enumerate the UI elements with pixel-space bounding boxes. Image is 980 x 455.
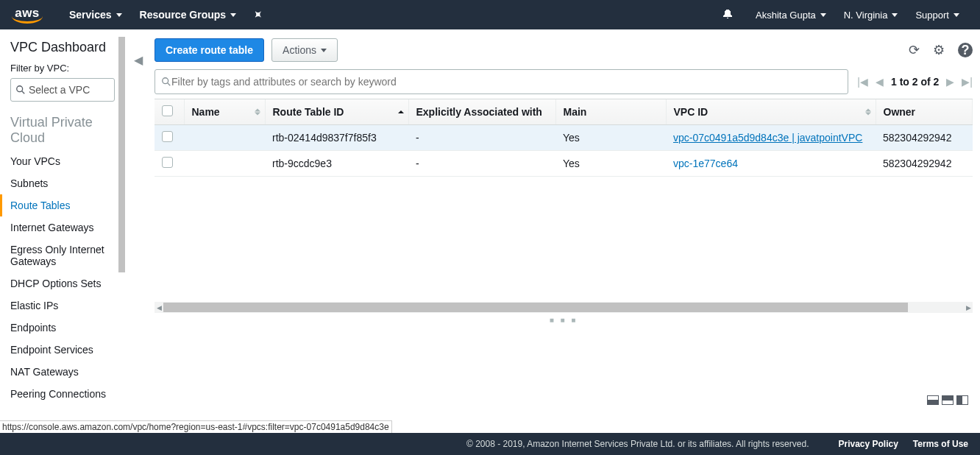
page-prev-button[interactable]: ◀ <box>876 76 884 88</box>
aws-logo[interactable]: aws <box>12 6 43 24</box>
search-icon <box>161 77 171 87</box>
pin-icon: ✦ <box>251 7 266 22</box>
cell-owner: 582304292942 <box>876 151 973 177</box>
main-content: Create route table Actions ⟳ ⚙ ? |◀ ◀ 1 … <box>147 29 980 433</box>
terms-of-use-link[interactable]: Terms of Use <box>913 439 968 449</box>
chevron-down-icon <box>820 13 826 17</box>
copyright: © 2008 - 2019, Amazon Internet Services … <box>466 439 809 449</box>
table-row[interactable]: rtb-9ccdc9e3-Yesvpc-1e77ce64582304292942 <box>155 151 973 177</box>
help-button[interactable]: ? <box>958 43 973 57</box>
column-select-all[interactable] <box>155 99 184 125</box>
create-route-table-button[interactable]: Create route table <box>155 38 264 62</box>
column-main[interactable]: Main <box>555 99 666 125</box>
cell-assoc: - <box>408 151 555 177</box>
column-rtid-label: Route Table ID <box>273 106 344 118</box>
cell-main: Yes <box>555 125 666 151</box>
pin-button[interactable]: ✦ <box>245 0 271 29</box>
services-label: Services <box>69 9 112 21</box>
status-bar-url: https://console.aws.amazon.com/vpc/home?… <box>0 420 392 433</box>
layout-bottom-button[interactable] <box>927 395 939 405</box>
chevron-down-icon <box>954 13 959 17</box>
sidebar-item-route-tables[interactable]: Route Tables <box>0 194 125 216</box>
account-menu[interactable]: Akshita Gupta <box>747 0 835 29</box>
footer: © 2008 - 2019, Amazon Internet Services … <box>0 433 980 455</box>
svg-point-2 <box>163 78 168 84</box>
select-all-checkbox[interactable] <box>162 105 173 116</box>
user-label: Akshita Gupta <box>756 10 816 21</box>
sidebar-scrollbar[interactable] <box>118 37 125 272</box>
layout-selector <box>927 395 968 405</box>
column-name-label: Name <box>192 106 220 118</box>
sidebar-item-subnets[interactable]: Subnets <box>0 172 125 194</box>
layout-top-button[interactable] <box>942 395 954 405</box>
bell-icon: 🔔︎ <box>722 8 734 21</box>
sidebar-item-endpoints[interactable]: Endpoints <box>0 317 125 339</box>
settings-button[interactable]: ⚙ <box>933 42 945 58</box>
horizontal-scrollbar[interactable]: ◀ ▶ <box>155 302 973 313</box>
sidebar-item-egress-only-internet-gateways[interactable]: Egress Only Internet Gateways <box>0 239 125 272</box>
top-navigation: aws Services Resource Groups ✦ 🔔︎ Akshit… <box>0 0 980 29</box>
column-name[interactable]: Name <box>184 99 265 125</box>
page-range: 1 to 2 of 2 <box>891 76 939 88</box>
page-next-button[interactable]: ▶ <box>946 76 954 88</box>
sidebar-item-your-vpcs[interactable]: Your VPCs <box>0 150 125 172</box>
svg-point-0 <box>17 86 23 92</box>
chevron-down-icon <box>230 13 236 17</box>
sidebar-item-elastic-ips[interactable]: Elastic IPs <box>0 294 125 317</box>
actions-button[interactable]: Actions <box>271 38 338 62</box>
search-icon <box>15 85 26 95</box>
cell-main: Yes <box>555 151 666 177</box>
layout-side-button[interactable] <box>956 395 968 405</box>
row-checkbox[interactable] <box>162 157 173 168</box>
page-last-button[interactable]: ▶| <box>962 76 973 88</box>
support-menu[interactable]: Support <box>906 0 968 29</box>
cell-owner: 582304292942 <box>876 125 973 151</box>
column-owner-label: Owner <box>884 106 916 118</box>
vpc-dashboard-link[interactable]: VPC Dashboard <box>0 29 125 63</box>
sidebar-item-peering-connections[interactable]: Peering Connections <box>0 383 125 405</box>
region-label: N. Virginia <box>844 10 888 21</box>
route-tables-grid: Name Route Table ID Explicitly Associate… <box>155 99 973 177</box>
chevron-down-icon <box>321 49 327 52</box>
vpc-link[interactable]: vpc-07c0491a5d9d84c3e | javatpointVPC <box>673 132 862 144</box>
page-first-button[interactable]: |◀ <box>857 76 868 88</box>
actions-label: Actions <box>283 44 316 56</box>
refresh-button[interactable]: ⟳ <box>909 42 920 58</box>
sidebar-item-internet-gateways[interactable]: Internet Gateways <box>0 216 125 239</box>
svg-line-3 <box>168 83 171 86</box>
sidebar-section-vpc: Virtual Private Cloud <box>0 112 125 150</box>
filter-vpc-label: Filter by VPC: <box>0 63 125 78</box>
sidebar-item-nat-gateways[interactable]: NAT Gateways <box>0 361 125 383</box>
cell-name <box>184 125 265 151</box>
services-menu[interactable]: Services <box>60 0 131 29</box>
vpc-select[interactable]: Select a VPC <box>10 78 115 102</box>
search-input[interactable] <box>171 76 842 88</box>
column-rtid[interactable]: Route Table ID <box>265 99 408 125</box>
scrollbar-thumb[interactable] <box>163 303 908 312</box>
support-label: Support <box>915 10 949 21</box>
cell-rtid: rtb-02414d9837f7f85f3 <box>265 125 408 151</box>
scroll-left-arrow[interactable]: ◀ <box>155 304 163 311</box>
privacy-policy-link[interactable]: Privacy Policy <box>838 439 898 449</box>
column-vpcid[interactable]: VPC ID <box>666 99 876 125</box>
sidebar: VPC Dashboard Filter by VPC: Select a VP… <box>0 29 125 433</box>
sidebar-item-dhcp-options-sets[interactable]: DHCP Options Sets <box>0 272 125 294</box>
column-owner[interactable]: Owner <box>876 99 973 125</box>
toolbar: Create route table Actions ⟳ ⚙ ? <box>155 38 973 62</box>
region-menu[interactable]: N. Virginia <box>835 0 907 29</box>
aws-smile-icon <box>12 16 43 24</box>
vpc-link[interactable]: vpc-1e77ce64 <box>673 158 738 169</box>
search-box[interactable] <box>155 69 848 94</box>
sidebar-item-endpoint-services[interactable]: Endpoint Services <box>0 339 125 361</box>
table-row[interactable]: rtb-02414d9837f7f85f3-Yesvpc-07c0491a5d9… <box>155 125 973 151</box>
row-checkbox[interactable] <box>162 131 173 142</box>
resource-groups-label: Resource Groups <box>140 9 226 21</box>
sidebar-collapse-handle[interactable]: ◀ <box>134 53 143 66</box>
resource-groups-menu[interactable]: Resource Groups <box>131 0 245 29</box>
scroll-right-arrow[interactable]: ▶ <box>964 304 973 311</box>
details-pane-handle[interactable]: ■ ■ ■ <box>155 316 973 324</box>
column-assoc-label: Explicitly Associated with <box>416 106 542 118</box>
notifications-button[interactable]: 🔔︎ <box>713 0 747 29</box>
cell-rtid: rtb-9ccdc9e3 <box>265 151 408 177</box>
column-assoc[interactable]: Explicitly Associated with <box>408 99 555 125</box>
